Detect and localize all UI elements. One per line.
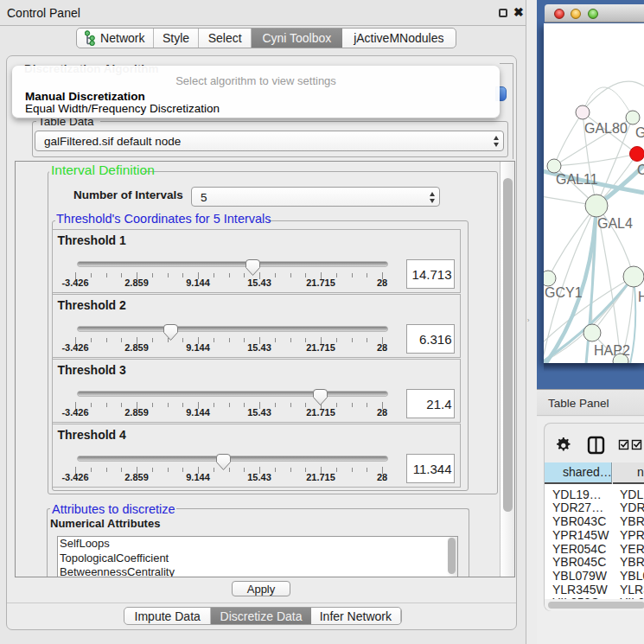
svg-text:GAL80: GAL80 <box>584 121 628 136</box>
svg-text:GAL4: GAL4 <box>597 216 633 231</box>
svg-text:GAL11: GAL11 <box>556 172 598 187</box>
svg-text:GCY1: GCY1 <box>545 285 583 300</box>
svg-text:GA: GA <box>635 125 644 140</box>
svg-text:H: H <box>638 290 644 304</box>
svg-text:C: C <box>637 163 644 177</box>
svg-text:HAP2: HAP2 <box>594 343 630 358</box>
